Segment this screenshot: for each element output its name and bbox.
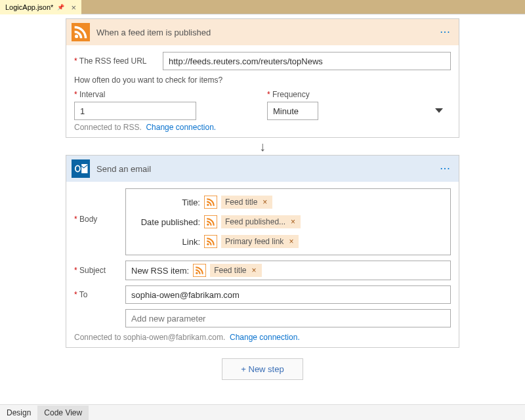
body-title-chip[interactable]: Feed title× — [221, 196, 272, 209]
svg-point-14 — [196, 272, 198, 274]
action-menu-icon[interactable]: ··· — [438, 164, 453, 173]
svg-point-10 — [207, 224, 209, 226]
poll-question: How often do you want to check for items… — [74, 75, 451, 85]
rss-icon — [193, 264, 206, 277]
body-input[interactable]: Title: Feed title× Date published: Feed … — [125, 188, 451, 255]
action-card: Send an email ··· Body Title: Feed title… — [66, 155, 459, 348]
body-date-chip[interactable]: Feed published...× — [221, 215, 301, 228]
file-tab[interactable]: LogicApp.json* 📌 × — [0, 0, 81, 14]
body-link-chip[interactable]: Primary feed link× — [221, 235, 299, 248]
change-connection-link[interactable]: Change connection. — [230, 333, 300, 342]
view-tabs: Design Code View — [0, 404, 525, 420]
svg-rect-13 — [193, 264, 206, 277]
pin-icon[interactable]: 📌 — [57, 4, 64, 10]
tab-bar: LogicApp.json* 📌 × — [0, 0, 525, 14]
action-connection-note: Connected to sophia-owen@fabrikam.com. C… — [74, 333, 451, 342]
subject-label: Subject — [74, 266, 119, 275]
body-title-label: Title: — [131, 198, 200, 207]
remove-icon[interactable]: × — [289, 237, 293, 246]
add-parameter-input[interactable] — [125, 309, 451, 327]
svg-rect-0 — [72, 23, 90, 41]
body-date-label: Date published: — [131, 217, 200, 227]
interval-label: Interval — [74, 90, 258, 99]
to-label: To — [74, 290, 119, 299]
trigger-header[interactable]: When a feed item is published ··· — [66, 19, 459, 45]
outlook-icon — [72, 159, 90, 178]
close-icon[interactable]: × — [68, 3, 79, 12]
remove-icon[interactable]: × — [252, 266, 257, 275]
subject-chip[interactable]: Feed title× — [210, 264, 261, 277]
action-header[interactable]: Send an email ··· — [66, 156, 459, 182]
flow-arrow-icon: ↓ — [0, 138, 525, 155]
trigger-card: When a feed item is published ··· The RS… — [66, 18, 459, 138]
change-connection-link[interactable]: Change connection. — [146, 123, 216, 132]
file-tab-title: LogicApp.json* — [5, 3, 53, 11]
trigger-title: When a feed item is published — [96, 28, 438, 37]
body-link-label: Link: — [131, 237, 200, 247]
trigger-menu-icon[interactable]: ··· — [438, 28, 453, 37]
tab-design[interactable]: Design — [0, 406, 37, 420]
rss-url-input[interactable] — [163, 52, 451, 70]
trigger-connection-note: Connected to RSS. Change connection. — [74, 123, 451, 132]
frequency-select[interactable]: Minute — [267, 102, 318, 120]
remove-icon[interactable]: × — [291, 217, 295, 226]
to-input[interactable] — [125, 285, 451, 304]
svg-point-12 — [207, 243, 209, 245]
rss-icon — [204, 235, 217, 248]
subject-input[interactable]: New RSS item: Feed title× — [125, 261, 451, 280]
remove-icon[interactable]: × — [262, 198, 267, 207]
rss-icon — [204, 196, 217, 209]
body-label: Body — [74, 188, 119, 224]
svg-rect-7 — [204, 196, 217, 209]
new-step-button[interactable]: + New step — [222, 358, 303, 380]
rss-icon — [204, 215, 217, 228]
designer-canvas: When a feed item is published ··· The RS… — [0, 14, 525, 395]
svg-point-8 — [207, 204, 209, 206]
svg-point-1 — [75, 35, 78, 38]
frequency-label: Frequency — [267, 90, 451, 99]
rss-url-label: The RSS feed URL — [74, 56, 156, 66]
svg-rect-9 — [204, 215, 217, 228]
interval-input[interactable] — [74, 102, 196, 120]
rss-icon — [72, 23, 90, 41]
subject-prefix: New RSS item: — [130, 266, 189, 276]
svg-rect-11 — [204, 235, 217, 248]
action-title: Send an email — [96, 164, 438, 174]
tab-code-view[interactable]: Code View — [37, 406, 89, 420]
